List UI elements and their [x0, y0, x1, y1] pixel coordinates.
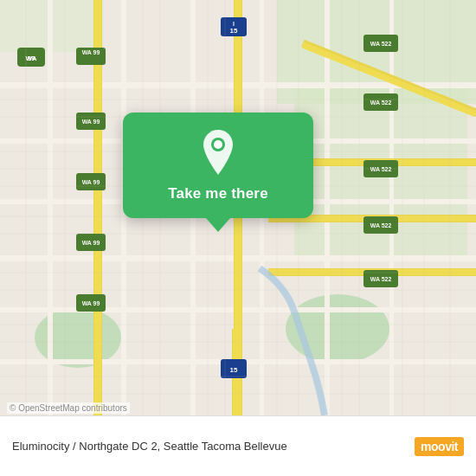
svg-point-88: [214, 140, 222, 149]
take-me-there-button[interactable]: Take me there: [168, 185, 268, 203]
moovit-logo: moovit: [415, 437, 464, 456]
location-label: Eluminocity / Northgate DC 2, Seattle Ta…: [12, 440, 415, 453]
svg-text:WA 522: WA 522: [370, 276, 392, 282]
svg-text:15: 15: [230, 366, 238, 374]
svg-text:WA 99: WA 99: [82, 240, 100, 246]
svg-text:WA 99: WA 99: [82, 49, 100, 55]
svg-text:WA 99: WA 99: [82, 300, 100, 306]
svg-rect-18: [389, 0, 394, 415]
svg-text:15: 15: [230, 27, 238, 35]
map-container: WA 99 WA 99 WA 99 WA 99 WA 99 WA 99 I 15…: [0, 0, 476, 476]
svg-rect-13: [48, 0, 53, 415]
openstreetmap-credit: © OpenStreetMap contributors: [7, 402, 130, 414]
svg-text:WA 522: WA 522: [370, 100, 392, 106]
svg-text:WA 522: WA 522: [370, 41, 392, 47]
moovit-logo-text: moovit: [415, 437, 464, 456]
svg-text:I: I: [233, 21, 235, 27]
svg-text:WA 522: WA 522: [370, 166, 392, 172]
bottom-bar: Eluminocity / Northgate DC 2, Seattle Ta…: [0, 415, 476, 476]
card-popup[interactable]: Take me there: [123, 113, 313, 218]
svg-text:WA 99: WA 99: [82, 179, 100, 185]
map-area: WA 99 WA 99 WA 99 WA 99 WA 99 WA 99 I 15…: [0, 0, 476, 415]
svg-rect-17: [325, 0, 330, 415]
svg-text:WA 522: WA 522: [370, 222, 392, 228]
svg-text:99: 99: [28, 55, 35, 62]
location-pin-icon: [199, 130, 237, 175]
svg-text:WA 99: WA 99: [82, 119, 100, 125]
